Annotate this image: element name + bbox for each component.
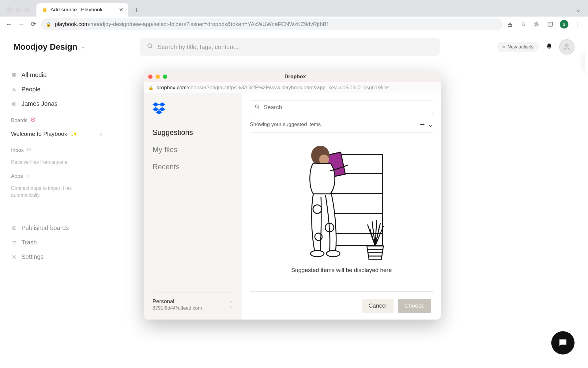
add-board-button[interactable] [31, 117, 36, 124]
nav-recents[interactable]: Recents [153, 158, 233, 175]
search-icon [254, 104, 260, 111]
svg-rect-7 [14, 73, 16, 75]
modal-url-path: /chooser?origin=https%3A%2F%2Fwww.playbo… [187, 85, 396, 90]
svg-point-5 [566, 44, 568, 47]
svg-point-34 [311, 251, 324, 257]
view-options-button[interactable]: ⌄ [419, 121, 433, 128]
modal-body: Suggestions My files Recents Personal 87… [144, 93, 441, 320]
window-traffic-lights[interactable] [4, 7, 34, 17]
activity-pill[interactable]: New activity [497, 42, 539, 52]
board-welcome[interactable]: Welcome to Playbook! ✨ › [11, 128, 102, 140]
sidebar-item-label: Settings [21, 253, 43, 260]
cancel-button[interactable]: Cancel [362, 299, 393, 313]
person-icon [11, 87, 17, 92]
activity-label: New activity [507, 44, 533, 50]
list-header-text: Showing your suggested items [250, 121, 321, 128]
inbox-label: Inbox [11, 147, 24, 153]
svg-rect-17 [27, 149, 31, 151]
window-close-dot[interactable] [7, 7, 12, 12]
modal-sidebar: Suggestions My files Recents Personal 87… [144, 93, 242, 320]
modal-search[interactable] [250, 101, 433, 114]
activity-status-dot [503, 46, 505, 48]
svg-marker-23 [159, 102, 165, 107]
boards-label: Boards [11, 117, 28, 124]
add-app-button[interactable]: ＋ [26, 173, 31, 179]
nav-myfiles[interactable]: My files [153, 141, 233, 158]
modal-url: dropbox.com/chooser?origin=https%3A%2F%2… [156, 85, 396, 91]
reload-button[interactable]: ⟳ [29, 20, 38, 29]
boards-header: Boards [11, 112, 102, 125]
list-header-row: Showing your suggested items ⌄ [250, 114, 433, 133]
inbox-sub: Receive files from anyone. [11, 158, 102, 166]
account-switcher[interactable]: Personal 8791f6d4@uifeed.com ⌃⌄ [153, 293, 233, 311]
updown-caret-icon: ⌃⌄ [229, 302, 233, 308]
svg-rect-9 [14, 75, 16, 77]
header-right: New activity [497, 39, 575, 55]
modal-close-dot[interactable] [148, 75, 153, 79]
notifications-button[interactable] [546, 43, 552, 51]
lock-icon: 🔒 [148, 85, 153, 90]
svg-rect-1 [548, 22, 553, 26]
empty-illustration [294, 145, 389, 261]
address-bar[interactable]: 🔒 playbook.com/moodjoy-design/new-app/se… [41, 18, 503, 30]
window-zoom-dot[interactable] [24, 7, 30, 12]
sidebar-item-allmedia[interactable]: All media [11, 69, 102, 81]
svg-point-13 [15, 103, 15, 104]
tabs-dropdown-button[interactable]: ⌄ [573, 4, 584, 15]
new-tab-button[interactable]: ＋ [131, 4, 142, 15]
browser-chrome: 🖐 Add source | Playbook ✕ ＋ ⌄ ← → ⟳ 🔒 pl… [0, 0, 588, 32]
modal-title: Dropbox [154, 74, 437, 80]
svg-point-27 [255, 105, 258, 108]
modal-footer: Cancel Choose [250, 291, 433, 320]
svg-marker-22 [153, 102, 159, 107]
side-peek-handle[interactable] [585, 52, 588, 71]
back-button[interactable]: ← [4, 20, 13, 29]
svg-point-33 [319, 155, 329, 164]
extensions-icon[interactable] [533, 20, 541, 28]
account-email: 8791f6d4@uifeed.com [153, 305, 202, 311]
sidebar-item-published[interactable]: Published boards [11, 222, 102, 234]
toolbar-row: ← → ⟳ 🔒 playbook.com/moodjoy-design/new-… [0, 17, 588, 32]
workspace-title: Moodjoy Design [13, 42, 77, 52]
app-header: Moodjoy Design ⌄ New activity [0, 32, 588, 62]
chevron-down-icon: ⌄ [428, 121, 433, 128]
sidebar-item-trash[interactable]: Trash [11, 236, 102, 248]
sidebar: All media People James Jonas Boards Welc… [0, 62, 113, 368]
share-icon[interactable] [506, 20, 514, 28]
lock-icon: 🔒 [46, 22, 51, 27]
window-minimize-dot[interactable] [16, 7, 21, 12]
global-search[interactable] [140, 38, 440, 56]
kebab-menu-icon[interactable]: ⋮ [574, 20, 582, 28]
sidebar-item-label: People [21, 86, 40, 93]
inbox-header[interactable]: Inbox [11, 142, 102, 155]
svg-point-3 [148, 44, 151, 48]
apps-header[interactable]: Apps ＋ [11, 168, 102, 181]
workspace-switcher[interactable]: Moodjoy Design ⌄ [13, 42, 85, 52]
svg-line-4 [151, 47, 152, 48]
search-input[interactable] [158, 44, 433, 51]
empty-state-text: Suggested items will be displayed here [291, 267, 392, 274]
chat-fab[interactable] [551, 331, 575, 355]
modal-titlebar: Dropbox [144, 71, 441, 82]
sidebar-item-james[interactable]: James Jonas [11, 98, 102, 110]
nav-suggestions[interactable]: Suggestions [153, 124, 233, 141]
address-url: playbook.com/moodjoy-design/new-app/sele… [55, 21, 328, 28]
svg-line-28 [258, 108, 259, 109]
forward-button[interactable]: → [17, 20, 26, 29]
url-path: /moodjoy-design/new-app/select-folders?i… [89, 21, 328, 27]
user-avatar[interactable] [559, 39, 575, 55]
inbox-icon [27, 147, 31, 153]
browser-tab[interactable]: 🖐 Add source | Playbook ✕ [36, 3, 128, 17]
sidebar-item-people[interactable]: People [11, 83, 102, 95]
chevron-right-icon: › [100, 131, 102, 137]
dropbox-chooser-modal: Dropbox 🔒 dropbox.com/chooser?origin=htt… [144, 71, 441, 320]
modal-search-input[interactable] [264, 104, 428, 111]
bookmark-icon[interactable]: ☆ [519, 20, 527, 28]
profile-badge[interactable]: S [560, 20, 568, 29]
sidebar-item-settings[interactable]: Settings [11, 251, 102, 263]
sidepanel-icon[interactable] [546, 20, 554, 28]
tab-close-icon[interactable]: ✕ [119, 6, 123, 13]
choose-button[interactable]: Choose [398, 299, 432, 313]
tab-favicon-icon: 🖐 [41, 7, 47, 13]
modal-url-host: dropbox.com [156, 85, 187, 90]
